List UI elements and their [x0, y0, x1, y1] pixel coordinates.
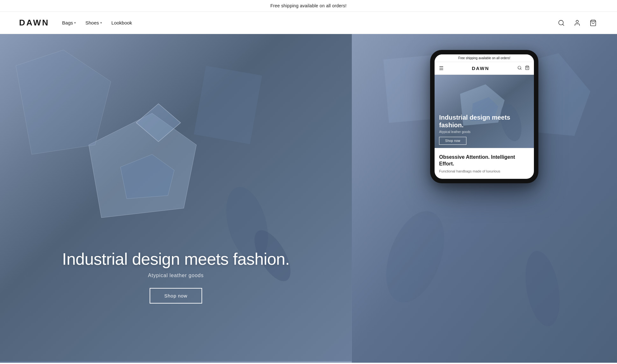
svg-line-18 [521, 69, 521, 70]
user-icon [574, 19, 581, 26]
hero-headline: Industrial design meets fashion. [18, 250, 334, 268]
phone-hero-text: Industrial design meets fashion. Atypica… [439, 114, 529, 145]
phone-hero: Industrial design meets fashion. Atypica… [435, 75, 534, 148]
account-button[interactable] [572, 18, 582, 28]
phone-shop-now-button[interactable]: Shop now [439, 137, 466, 145]
nav-bags[interactable]: Bags ▾ [62, 20, 76, 25]
hero-desktop: Industrial design meets fashion. Atypica… [0, 34, 352, 363]
search-button[interactable] [557, 18, 566, 28]
site-logo[interactable]: DAWN [19, 18, 49, 28]
phone-announcement: Free shipping available on all orders! [435, 54, 534, 62]
svg-rect-11 [194, 66, 262, 144]
phone-section-sub: Functional handbags made of luxurious [439, 169, 529, 173]
phone-cart-icon[interactable] [525, 66, 529, 71]
header: DAWN Bags ▾ Shoes ▾ Lookbook [0, 12, 617, 34]
phone-bottom-section: Obsessive Attention. Intelligent Effort.… [435, 148, 534, 179]
svg-marker-6 [120, 154, 174, 199]
hero-background [0, 34, 352, 363]
hero-decorative-svg [0, 34, 352, 361]
hero-figure [0, 34, 352, 363]
chevron-down-icon: ▾ [74, 21, 76, 24]
svg-marker-10 [16, 50, 111, 154]
search-icon [558, 19, 565, 26]
phone-mockup: Free shipping available on all orders! ☰… [430, 50, 538, 183]
nav-shoes[interactable]: Shoes ▾ [85, 20, 102, 25]
cart-button[interactable] [588, 18, 598, 28]
announcement-bar: Free shipping available on all orders! [0, 0, 617, 12]
announcement-text: Free shipping available on all orders! [270, 3, 346, 8]
phone-section-headline: Obsessive Attention. Intelligent Effort. [439, 154, 529, 167]
hero-shop-now-button[interactable]: Shop now [150, 288, 202, 304]
phone-header-icons [517, 66, 529, 71]
main-content: Industrial design meets fashion. Atypica… [0, 34, 617, 363]
svg-point-2 [576, 20, 578, 22]
hero-right: Free shipping available on all orders! ☰… [352, 34, 617, 363]
nav-lookbook[interactable]: Lookbook [111, 20, 132, 25]
phone-logo: DAWN [472, 66, 489, 71]
phone-menu-icon[interactable]: ☰ [439, 65, 443, 71]
svg-rect-4 [0, 34, 352, 361]
phone-screen: Free shipping available on all orders! ☰… [435, 54, 534, 179]
svg-marker-7 [136, 104, 181, 142]
header-icons [557, 18, 598, 28]
phone-search-icon[interactable] [517, 66, 522, 71]
hero-subtext: Atypical leather goods [18, 273, 334, 278]
svg-line-1 [563, 24, 564, 25]
chevron-down-icon: ▾ [100, 21, 102, 24]
cart-icon [590, 19, 597, 26]
svg-marker-5 [89, 113, 196, 218]
hero-text-overlay: Industrial design meets fashion. Atypica… [18, 250, 334, 304]
phone-header: ☰ DAWN [435, 62, 534, 75]
phone-hero-sub: Atypical leather goods [439, 130, 529, 134]
header-left: DAWN Bags ▾ Shoes ▾ Lookbook [19, 18, 132, 28]
main-nav: Bags ▾ Shoes ▾ Lookbook [62, 20, 132, 25]
phone-hero-headline: Industrial design meets fashion. [439, 114, 529, 129]
